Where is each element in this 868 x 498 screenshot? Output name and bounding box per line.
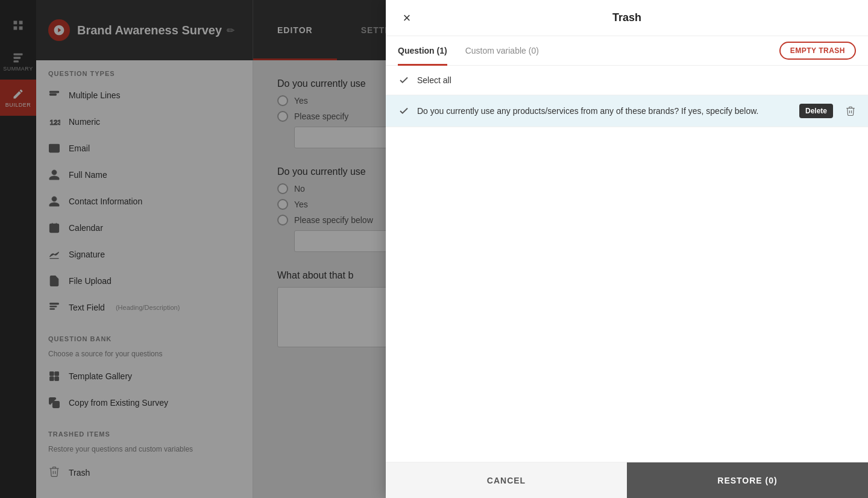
delete-tooltip: Delete [799, 104, 833, 118]
delete-item-button-0[interactable] [845, 106, 856, 116]
restore-button[interactable]: RESTORE (0) [627, 462, 868, 498]
cancel-button[interactable]: CANCEL [386, 462, 627, 498]
modal-tabs: Question (1) Custom variable (0) EMPTY T… [386, 36, 868, 66]
modal-title: Trash [612, 11, 641, 24]
trash-item-check-icon [398, 105, 410, 117]
trash-list-item-0[interactable]: Do you currently use any products/servic… [386, 95, 868, 127]
modal-body: Select all Do you currently use any prod… [386, 66, 868, 462]
modal-header: × Trash [386, 0, 868, 36]
select-all-label: Select all [417, 75, 451, 85]
modal-tab-custom-variable[interactable]: Custom variable (0) [465, 36, 539, 65]
trash-modal: × Trash Question (1) Custom variable (0)… [386, 0, 868, 498]
modal-tab-question[interactable]: Question (1) [398, 36, 447, 65]
modal-footer: CANCEL RESTORE (0) [386, 462, 868, 498]
select-all-check-icon [398, 74, 410, 86]
trash-item-text-0: Do you currently use any products/servic… [417, 106, 792, 116]
empty-trash-button[interactable]: EMPTY TRASH [779, 42, 856, 60]
select-all-row[interactable]: Select all [386, 66, 868, 95]
modal-close-button[interactable]: × [398, 9, 416, 27]
